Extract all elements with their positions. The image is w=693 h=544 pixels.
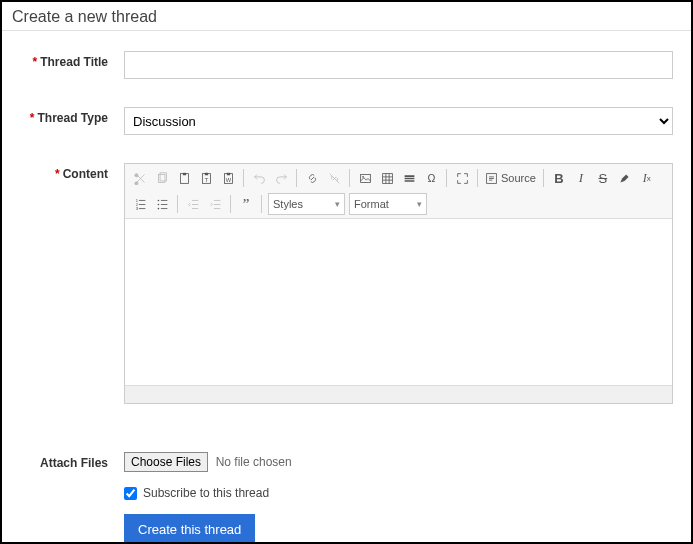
- indent-icon[interactable]: [204, 193, 226, 215]
- row-thread-title: *Thread Title: [12, 51, 681, 79]
- image-icon[interactable]: [354, 167, 376, 189]
- svg-rect-8: [226, 172, 229, 174]
- bulleted-list-icon[interactable]: [151, 193, 173, 215]
- required-asterisk: *: [30, 111, 35, 125]
- subscribe-checkbox-label[interactable]: Subscribe to this thread: [124, 486, 673, 500]
- row-thread-type: *Thread Type Discussion: [12, 107, 681, 135]
- table-icon[interactable]: [376, 167, 398, 189]
- horizontal-rule-icon[interactable]: [398, 167, 420, 189]
- create-thread-form: Create a new thread *Thread Title *Threa…: [0, 0, 693, 544]
- svg-text:W: W: [225, 176, 231, 182]
- required-asterisk: *: [33, 55, 38, 69]
- thread-title-input[interactable]: [124, 51, 673, 79]
- svg-rect-3: [182, 172, 185, 174]
- svg-rect-5: [204, 172, 207, 174]
- toolbar-separator: [261, 195, 262, 213]
- toolbar-separator: [230, 195, 231, 213]
- svg-point-19: [157, 203, 159, 205]
- toolbar-separator: [446, 169, 447, 187]
- cut-icon[interactable]: [129, 167, 151, 189]
- link-icon[interactable]: [301, 167, 323, 189]
- row-attach-files: Attach Files Choose Files No file chosen: [12, 452, 681, 472]
- svg-point-18: [157, 199, 159, 201]
- maximize-icon[interactable]: [451, 167, 473, 189]
- chevron-down-icon: ▾: [335, 199, 340, 209]
- special-char-icon[interactable]: Ω: [420, 167, 442, 189]
- toolbar-separator: [477, 169, 478, 187]
- create-thread-button[interactable]: Create this thread: [124, 514, 255, 544]
- svg-rect-10: [360, 174, 370, 182]
- undo-icon[interactable]: [248, 167, 270, 189]
- format-dropdown[interactable]: Format ▾: [349, 193, 427, 215]
- toolbar-separator: [349, 169, 350, 187]
- chevron-down-icon: ▾: [417, 199, 422, 209]
- paste-icon[interactable]: [173, 167, 195, 189]
- unlink-icon[interactable]: [323, 167, 345, 189]
- numbered-list-icon[interactable]: 123: [129, 193, 151, 215]
- file-status-text: No file chosen: [216, 455, 292, 469]
- toolbar-separator: [296, 169, 297, 187]
- strikethrough-icon[interactable]: S: [592, 167, 614, 189]
- toolbar-separator: [177, 195, 178, 213]
- remove-format-icon[interactable]: Ix: [636, 167, 658, 189]
- highlight-icon[interactable]: [614, 167, 636, 189]
- label-thread-title: *Thread Title: [12, 51, 124, 79]
- required-asterisk: *: [55, 167, 60, 181]
- page-title: Create a new thread: [2, 2, 691, 31]
- rich-text-editor: T W Ω: [124, 163, 673, 404]
- row-subscribe: Subscribe to this thread: [12, 486, 681, 500]
- label-attach-files: Attach Files: [12, 452, 124, 472]
- subscribe-checkbox[interactable]: [124, 487, 137, 500]
- bold-icon[interactable]: B: [548, 167, 570, 189]
- label-content: *Content: [12, 163, 124, 404]
- form-body: *Thread Title *Thread Type Discussion *C…: [2, 31, 691, 544]
- svg-rect-12: [382, 173, 392, 183]
- redo-icon[interactable]: [270, 167, 292, 189]
- label-thread-type: *Thread Type: [12, 107, 124, 135]
- row-submit: Create this thread: [12, 514, 681, 544]
- toolbar-separator: [243, 169, 244, 187]
- editor-toolbar: T W Ω: [125, 164, 672, 219]
- copy-icon[interactable]: [151, 167, 173, 189]
- content-textarea[interactable]: [125, 219, 672, 385]
- toolbar-separator: [543, 169, 544, 187]
- source-button[interactable]: Source: [482, 167, 539, 189]
- outdent-icon[interactable]: [182, 193, 204, 215]
- svg-text:T: T: [204, 176, 208, 182]
- svg-text:3: 3: [135, 206, 138, 211]
- thread-type-select[interactable]: Discussion: [124, 107, 673, 135]
- editor-statusbar: [125, 385, 672, 403]
- blockquote-icon[interactable]: ”: [235, 193, 257, 215]
- svg-text:Ω: Ω: [427, 172, 435, 184]
- paste-word-icon[interactable]: W: [217, 167, 239, 189]
- styles-dropdown[interactable]: Styles ▾: [268, 193, 345, 215]
- paste-text-icon[interactable]: T: [195, 167, 217, 189]
- svg-point-20: [157, 207, 159, 209]
- row-content: *Content T W: [12, 163, 681, 404]
- choose-files-button[interactable]: Choose Files: [124, 452, 208, 472]
- italic-icon[interactable]: I: [570, 167, 592, 189]
